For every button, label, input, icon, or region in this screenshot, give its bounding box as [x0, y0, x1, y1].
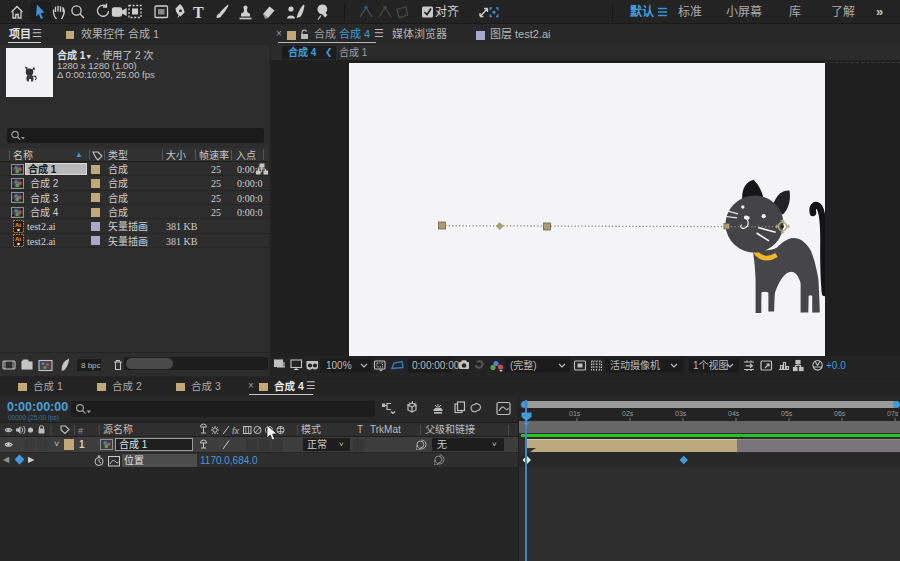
svg-text:(完整): (完整) — [510, 359, 537, 371]
svg-text:8 bpc: 8 bpc — [81, 361, 101, 370]
svg-text:100%: 100% — [326, 360, 352, 371]
svg-text:#: # — [78, 426, 84, 436]
svg-text:fx: fx — [232, 426, 240, 436]
svg-text:1个视图: 1个视图 — [693, 359, 729, 371]
svg-text:Ai: Ai — [15, 236, 21, 242]
svg-text:T: T — [193, 4, 204, 21]
svg-text:Ai: Ai — [15, 222, 21, 228]
svg-text:0:00:00:00: 0:00:00:00 — [412, 360, 460, 371]
svg-text:活动摄像机: 活动摄像机 — [610, 359, 660, 371]
svg-text:+0.0: +0.0 — [826, 360, 846, 371]
